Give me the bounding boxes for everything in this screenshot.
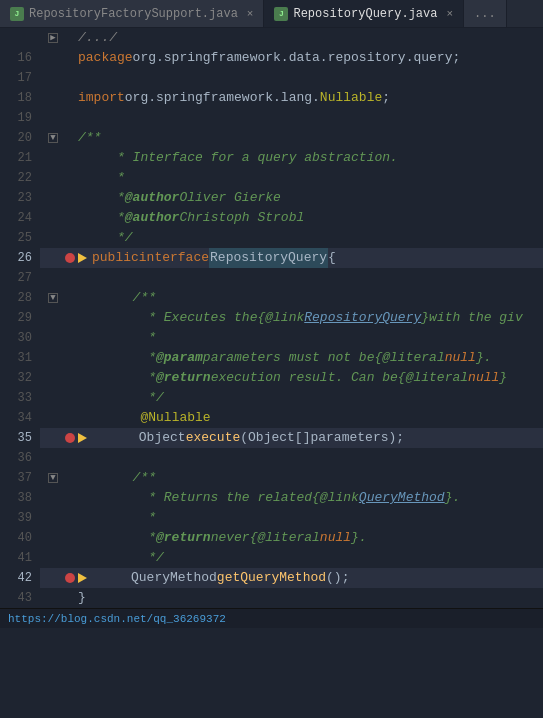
code-area: 16 17 18 19 20 21 22 23 24 25 26 27 28 2…: [0, 28, 543, 608]
code-line-34: @Nullable: [40, 408, 543, 428]
code-content-30: *: [78, 328, 543, 348]
code-line-31: * @param parameters must not be {@litera…: [40, 348, 543, 368]
code-content-34: @Nullable: [78, 408, 543, 428]
code-line-21: * Interface for a query abstraction.: [40, 148, 543, 168]
line-num-35: 35: [8, 428, 32, 448]
tab1-label: RepositoryFactorySupport.java: [29, 7, 238, 21]
line-num-16: 16: [8, 48, 32, 68]
bp-26[interactable]: [62, 253, 78, 263]
code-line-29: * Executes the {@link RepositoryQuery} w…: [40, 308, 543, 328]
line-numbers-col: 16 17 18 19 20 21 22 23 24 25 26 27 28 2…: [0, 28, 40, 608]
line-num-40: 40: [8, 528, 32, 548]
code-line-17: [40, 68, 543, 88]
tab2-close[interactable]: ×: [446, 8, 453, 20]
bp-42[interactable]: [62, 573, 78, 583]
editor-window: J RepositoryFactorySupport.java × J Repo…: [0, 0, 543, 628]
code-line-32: * @return execution result. Can be {@lit…: [40, 368, 543, 388]
code-content-39: *: [78, 508, 543, 528]
code-line-43: }: [40, 588, 543, 608]
code-line-38: * Returns the related {@link QueryMethod…: [40, 488, 543, 508]
fold-gutter-28[interactable]: ▼: [44, 293, 62, 303]
line-num-37: 37: [8, 468, 32, 488]
code-line-22: *: [40, 168, 543, 188]
line-num-24: 24: [8, 208, 32, 228]
line-num-30: 30: [8, 328, 32, 348]
fold-gutter-37[interactable]: ▼: [44, 473, 62, 483]
line-num-32: 32: [8, 368, 32, 388]
code-content-25: */: [78, 228, 543, 248]
code-line-40: * @return never {@literal null}.: [40, 528, 543, 548]
line-num-33: 33: [8, 388, 32, 408]
code-line-23: * @author Oliver Gierke: [40, 188, 543, 208]
code-content-20: /**: [78, 128, 543, 148]
line-num-17: 17: [8, 68, 32, 88]
code-content-21: * Interface for a query abstraction.: [78, 148, 543, 168]
code-content-24: * @author Christoph Strobl: [78, 208, 543, 228]
code-content-32: * @return execution result. Can be {@lit…: [78, 368, 543, 388]
line-num-42: 42: [8, 568, 32, 588]
line-num: [8, 28, 32, 48]
code-lines: ▶ /.../ package org.springframework.data…: [40, 28, 543, 608]
line-num-19: 19: [8, 108, 32, 128]
code-content-16: package org.springframework.data.reposit…: [78, 48, 543, 68]
line-num-43: 43: [8, 588, 32, 608]
line-num-28: 28: [8, 288, 32, 308]
tab1-close[interactable]: ×: [247, 8, 254, 20]
code-content: /.../: [78, 28, 543, 48]
line-num-39: 39: [8, 508, 32, 528]
code-line-18: import org.springframework.lang.Nullable…: [40, 88, 543, 108]
fold-gutter-20[interactable]: ▼: [44, 133, 62, 143]
code-line-39: *: [40, 508, 543, 528]
line-num-18: 18: [8, 88, 32, 108]
code-content-40: * @return never {@literal null}.: [78, 528, 543, 548]
status-bar: https://blog.csdn.net/qq_36269372: [0, 608, 543, 628]
arrow-42: [78, 573, 92, 583]
code-line-35: Object execute(Object[] parameters);: [40, 428, 543, 448]
code-content-31: * @param parameters must not be {@litera…: [78, 348, 543, 368]
code-content-29: * Executes the {@link RepositoryQuery} w…: [78, 308, 543, 328]
line-num-22: 22: [8, 168, 32, 188]
code-content-28: /**: [78, 288, 543, 308]
code-line-28: ▼ /**: [40, 288, 543, 308]
code-line-16: package org.springframework.data.reposit…: [40, 48, 543, 68]
line-num-27: 27: [8, 268, 32, 288]
code-content-38: * Returns the related {@link QueryMethod…: [78, 488, 543, 508]
code-line-42: QueryMethod getQueryMethod();: [40, 568, 543, 588]
tab-bar: J RepositoryFactorySupport.java × J Repo…: [0, 0, 543, 28]
line-num-26: 26: [8, 248, 32, 268]
code-line-41: */: [40, 548, 543, 568]
tab-repository-factory[interactable]: J RepositoryFactorySupport.java ×: [0, 0, 264, 27]
code-line-25: */: [40, 228, 543, 248]
line-num-29: 29: [8, 308, 32, 328]
line-num-36: 36: [8, 448, 32, 468]
code-line-27: [40, 268, 543, 288]
tab-repository-query[interactable]: J RepositoryQuery.java ×: [264, 0, 464, 27]
code-content-37: /**: [78, 468, 543, 488]
code-content-26: public interface RepositoryQuery {: [92, 248, 543, 268]
line-num-34: 34: [8, 408, 32, 428]
code-content-33: */: [78, 388, 543, 408]
code-content-35: Object execute(Object[] parameters);: [92, 428, 543, 448]
code-line-19: [40, 108, 543, 128]
code-content-41: */: [78, 548, 543, 568]
java-file-icon: J: [10, 7, 24, 21]
code-content-23: * @author Oliver Gierke: [78, 188, 543, 208]
bp-35[interactable]: [62, 433, 78, 443]
code-line-30: *: [40, 328, 543, 348]
line-num-25: 25: [8, 228, 32, 248]
code-line-20: ▼ /**: [40, 128, 543, 148]
code-line-folded: ▶ /.../: [40, 28, 543, 48]
line-num-41: 41: [8, 548, 32, 568]
tab-more[interactable]: ...: [464, 0, 507, 27]
tab2-label: RepositoryQuery.java: [293, 7, 437, 21]
status-url[interactable]: https://blog.csdn.net/qq_36269372: [8, 613, 226, 625]
code-content-42: QueryMethod getQueryMethod();: [92, 568, 543, 588]
line-num-23: 23: [8, 188, 32, 208]
line-num-20: 20: [8, 128, 32, 148]
tab3-label: ...: [474, 7, 496, 21]
arrow-26: [78, 253, 92, 263]
code-content-22: *: [78, 168, 543, 188]
code-line-33: */: [40, 388, 543, 408]
line-num-21: 21: [8, 148, 32, 168]
fold-gutter[interactable]: ▶: [44, 33, 62, 43]
